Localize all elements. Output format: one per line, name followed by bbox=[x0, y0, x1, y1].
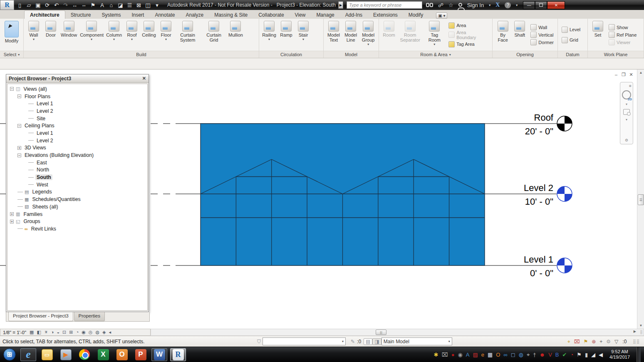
taskbar-ie-icon[interactable]: e bbox=[20, 348, 36, 361]
tray-clock-icon[interactable]: ◔ bbox=[570, 352, 573, 357]
title-flyout-arrow-icon[interactable]: ▶ bbox=[338, 1, 343, 9]
tree-item[interactable]: Site bbox=[7, 115, 147, 122]
tree-item[interactable]: Level 1 bbox=[7, 129, 147, 137]
scroll-right-icon[interactable]: ▶ bbox=[634, 330, 636, 333]
tray-bluetooth-icon[interactable]: B bbox=[555, 352, 559, 357]
tree-item[interactable]: ∞ Revit Links bbox=[7, 225, 147, 233]
ribbon-tool[interactable]: Wall ▾ bbox=[25, 20, 42, 50]
tree-expander-icon[interactable]: − bbox=[17, 94, 21, 98]
ribbon-tool[interactable]: Room Separator ▾ bbox=[397, 20, 423, 50]
tray-swirl-icon[interactable]: ◉ bbox=[458, 352, 463, 357]
tree-item[interactable]: West bbox=[7, 181, 147, 188]
tree-item[interactable]: + 3D Views bbox=[7, 144, 147, 152]
modify-button[interactable]: Modify bbox=[3, 20, 20, 50]
filter-icon[interactable]: ▽ bbox=[614, 339, 618, 345]
taskbar-powerpoint-icon[interactable]: P bbox=[133, 348, 149, 361]
taskbar-outlook-icon[interactable]: O bbox=[114, 348, 130, 361]
shadows-icon[interactable]: ◑ bbox=[51, 330, 54, 335]
ribbon-tab[interactable]: Architecture bbox=[24, 10, 65, 19]
tray-e-icon[interactable]: e bbox=[481, 352, 484, 357]
rendering-dialog-icon[interactable]: ◒ bbox=[57, 330, 59, 335]
ribbon-tab[interactable]: Collaborate bbox=[253, 11, 289, 19]
search-binoculars-icon[interactable] bbox=[425, 1, 434, 9]
roof-level-elevation[interactable]: 20' - 0" bbox=[525, 126, 553, 136]
ribbon-tab[interactable]: Massing & Site bbox=[209, 11, 253, 19]
select-underlay-icon[interactable]: ⌧ bbox=[574, 339, 580, 345]
ribbon-small-tool[interactable]: Tag Area bbox=[447, 41, 490, 48]
palette-tab[interactable]: Project Browser - Project3 bbox=[8, 312, 73, 321]
start-button[interactable]: ⊞ bbox=[2, 348, 17, 361]
ribbon-tool[interactable]: Model Text ▾ bbox=[325, 20, 342, 50]
view-scale-button[interactable]: 1/8" = 1'-0" bbox=[3, 330, 26, 335]
select-links-icon[interactable]: ⌖ bbox=[567, 339, 570, 345]
tray-shield-icon[interactable]: V bbox=[548, 352, 552, 357]
roof-level-head-icon[interactable] bbox=[557, 116, 572, 131]
ribbon-tool[interactable]: Stair ▾ bbox=[295, 20, 312, 50]
restore-button[interactable] bbox=[535, 1, 547, 9]
analytical-model-icon[interactable]: ◍ bbox=[95, 330, 99, 335]
taskbar-revit-icon[interactable]: R bbox=[170, 348, 186, 361]
tree-item[interactable]: Level 2 bbox=[7, 107, 147, 115]
ribbon-tool[interactable]: Railing ▾ bbox=[261, 20, 277, 50]
tree-item[interactable]: ▦ Schedules/Quantities bbox=[7, 196, 147, 203]
ribbon-tab[interactable]: Add-Ins bbox=[340, 11, 368, 19]
tree-item[interactable]: − Ceiling Plans bbox=[7, 122, 147, 129]
exchange-apps-icon[interactable]: X bbox=[494, 1, 501, 9]
tree-expander-icon[interactable]: − bbox=[10, 87, 14, 91]
tray-drop-icon[interactable]: ● bbox=[451, 352, 455, 357]
application-menu-button[interactable]: R bbox=[0, 0, 14, 10]
ribbon-tool[interactable]: Floor ▾ bbox=[158, 20, 174, 50]
ribbon-tool[interactable]: Door ▾ bbox=[42, 20, 59, 50]
ribbon-small-tool[interactable]: Vertical bbox=[529, 31, 555, 38]
ribbon-small-tool[interactable]: Show bbox=[607, 24, 638, 31]
select-pinned-icon[interactable]: ⚑ bbox=[583, 339, 588, 345]
tree-item[interactable]: Level 2 bbox=[7, 137, 147, 144]
ribbon-tab[interactable]: Annotate bbox=[149, 11, 180, 19]
ribbon-tab[interactable]: Insert bbox=[126, 11, 149, 19]
tree-item[interactable]: North bbox=[7, 166, 147, 174]
ribbon-tab[interactable]: Extensions bbox=[368, 11, 403, 19]
taskbar-word-icon[interactable]: W bbox=[151, 348, 167, 361]
ribbon-tool[interactable]: By Face bbox=[494, 20, 511, 50]
taskbar-media-player-icon[interactable]: ▶ bbox=[58, 348, 74, 361]
ribbon-tab[interactable]: Systems bbox=[96, 11, 126, 19]
reveal-hidden-elements-icon[interactable]: ◉ bbox=[82, 330, 86, 335]
crop-view-icon[interactable]: ⊡ bbox=[62, 330, 66, 335]
ribbon-tool[interactable]: Shaft bbox=[511, 20, 528, 50]
ribbon-tool[interactable]: Model Group ▾ bbox=[359, 20, 377, 50]
tree-expander-icon[interactable]: + bbox=[10, 212, 14, 216]
tray-sync-icon[interactable]: ∞ bbox=[503, 352, 507, 357]
roof-level-name[interactable]: Roof bbox=[534, 112, 554, 123]
sign-in-button[interactable]: Sign In bbox=[466, 1, 485, 9]
taskbar-excel-icon[interactable]: X bbox=[95, 348, 111, 361]
ribbon-small-tool[interactable]: Area bbox=[447, 22, 490, 29]
tree-item[interactable]: + ▥ Families bbox=[7, 211, 147, 218]
tray-power-icon[interactable]: ▮ bbox=[585, 352, 588, 357]
ribbon-tool[interactable]: Window ▾ bbox=[59, 20, 78, 50]
ribbon-tab[interactable]: Analyze bbox=[180, 11, 209, 19]
tray-globe-icon[interactable]: ◍ bbox=[519, 352, 523, 357]
view-close-icon[interactable]: ✕ bbox=[628, 72, 634, 77]
ribbon-tab[interactable]: Manage bbox=[311, 11, 339, 19]
ribbon-tool[interactable]: Tag Room ▾ bbox=[423, 20, 446, 50]
tray-volume-icon[interactable]: ◀ bbox=[599, 352, 603, 357]
ribbon-tool[interactable]: Roof ▾ bbox=[124, 20, 140, 50]
steering-wheel-2d-icon[interactable] bbox=[622, 90, 631, 99]
tray-window-icon[interactable]: ◻ bbox=[511, 352, 515, 357]
ribbon-small-tool[interactable]: Grid bbox=[560, 37, 582, 44]
level1-elevation[interactable]: 0' - 0" bbox=[530, 268, 553, 278]
tray-pdf-icon[interactable]: ▨ bbox=[473, 352, 478, 357]
help-dropdown-icon[interactable]: ▾ bbox=[515, 1, 519, 9]
view-restore-icon[interactable]: ❐ bbox=[621, 72, 627, 77]
tray-check-icon[interactable]: ✔ bbox=[562, 352, 567, 357]
ribbon-tool[interactable]: Curtain System ▾ bbox=[175, 20, 201, 50]
horizontal-scrollbar[interactable]: ||| ▶ ⣿ bbox=[151, 329, 644, 336]
ribbon-small-tool[interactable]: Ref Plane bbox=[607, 31, 638, 38]
ribbon-tool[interactable]: Set bbox=[590, 20, 606, 50]
show-desktop-button[interactable] bbox=[637, 347, 641, 362]
ribbon-tool[interactable]: Ramp ▾ bbox=[278, 20, 295, 50]
view-minimize-icon[interactable]: ‒ bbox=[613, 72, 619, 77]
select-by-face-icon[interactable]: ⊕ bbox=[592, 339, 596, 345]
taskbar-chrome-icon[interactable] bbox=[77, 348, 92, 361]
ribbon-small-tool[interactable]: Level bbox=[560, 26, 582, 33]
